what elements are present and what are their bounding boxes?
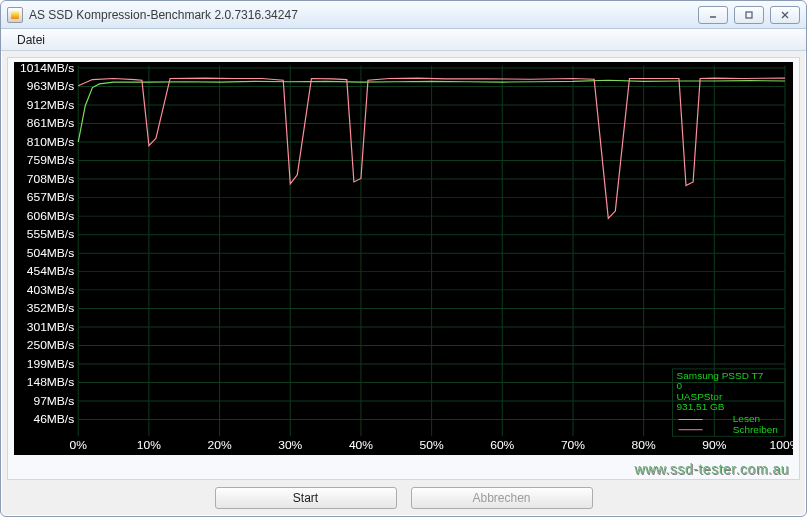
y-tick-label: 555MB/s [27,228,75,241]
y-tick-label: 199MB/s [27,357,75,370]
x-tick-label: 90% [702,439,726,452]
y-tick-label: 708MB/s [27,172,75,185]
x-tick-label: 30% [278,439,302,452]
y-tick-label: 46MB/s [33,413,74,426]
y-tick-label: 759MB/s [27,154,75,167]
close-button[interactable] [770,6,800,24]
legend-write-label: Schreiben [733,424,778,435]
chart-plot: 46MB/s97MB/s148MB/s199MB/s250MB/s301MB/s… [14,62,793,455]
y-tick-label: 912MB/s [27,98,75,111]
minimize-button[interactable] [698,6,728,24]
x-tick-label: 60% [490,439,514,452]
y-tick-label: 301MB/s [27,320,75,333]
y-tick-label: 606MB/s [27,209,75,222]
legend-line: UASPStor [677,391,723,402]
x-tick-label: 0% [70,439,87,452]
x-tick-label: 80% [632,439,656,452]
y-tick-label: 403MB/s [27,283,75,296]
watermark: www.ssd-tester.com.au [635,461,789,477]
svg-rect-1 [746,12,752,18]
abort-button: Abbrechen [411,487,593,509]
legend-read-label: Lesen [733,414,760,425]
y-tick-label: 963MB/s [27,80,75,93]
x-tick-label: 20% [208,439,232,452]
y-tick-label: 1014MB/s [20,62,74,74]
y-tick-label: 657MB/s [27,191,75,204]
y-tick-label: 352MB/s [27,302,75,315]
maximize-button[interactable] [734,6,764,24]
legend-line: Samsung PSSD T7 [677,371,764,382]
y-tick-label: 148MB/s [27,376,75,389]
menubar: Datei [1,29,806,51]
button-row: Start Abbrechen [1,486,806,516]
x-tick-label: 100% [770,439,793,452]
window-controls [698,6,800,24]
chart-panel: 46MB/s97MB/s148MB/s199MB/s250MB/s301MB/s… [7,57,800,480]
x-tick-label: 70% [561,439,585,452]
menu-file[interactable]: Datei [9,31,53,49]
legend-line: 931,51 GB [677,401,725,412]
window-title: AS SSD Kompression-Benchmark 2.0.7316.34… [29,8,298,22]
y-tick-label: 810MB/s [27,135,75,148]
x-tick-label: 50% [420,439,444,452]
y-tick-label: 454MB/s [27,264,75,277]
x-tick-label: 40% [349,439,373,452]
y-tick-label: 97MB/s [33,394,74,407]
app-icon [7,7,23,23]
titlebar[interactable]: AS SSD Kompression-Benchmark 2.0.7316.34… [1,1,806,29]
app-window: AS SSD Kompression-Benchmark 2.0.7316.34… [0,0,807,517]
start-button[interactable]: Start [215,487,397,509]
x-tick-label: 10% [137,439,161,452]
legend-line: 0 [677,381,683,392]
y-tick-label: 861MB/s [27,117,75,130]
y-tick-label: 250MB/s [27,339,75,352]
chart-svg: 46MB/s97MB/s148MB/s199MB/s250MB/s301MB/s… [14,62,793,455]
y-tick-label: 504MB/s [27,246,75,259]
